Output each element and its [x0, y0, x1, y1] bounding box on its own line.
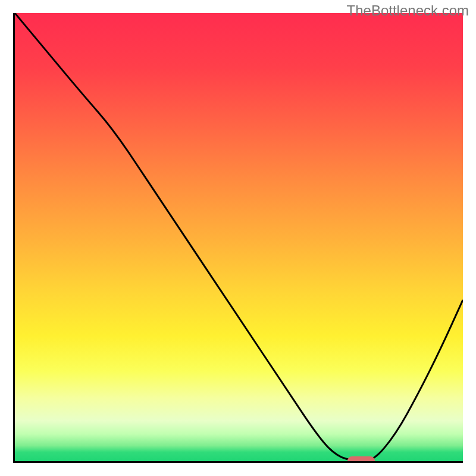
- chart-area: [13, 13, 463, 463]
- optimal-point-marker: [347, 456, 374, 463]
- watermark-text: TheBottleneck.com: [347, 2, 469, 19]
- bottleneck-curve: [15, 13, 463, 461]
